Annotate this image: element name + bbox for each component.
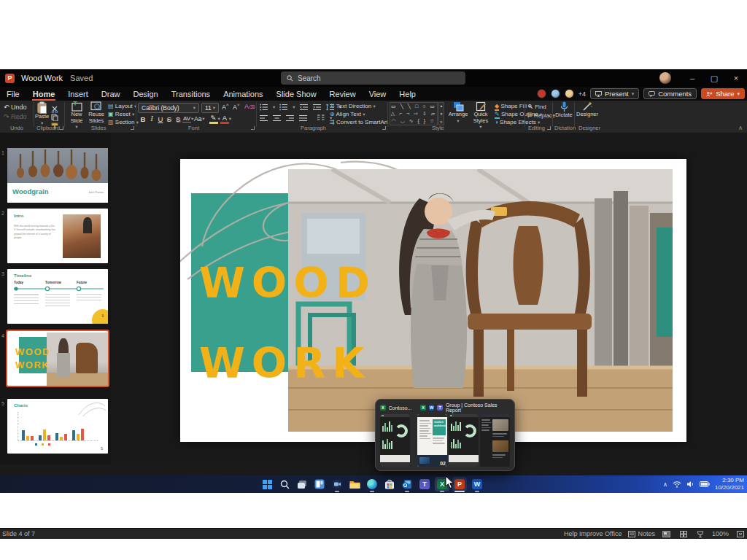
text-shadow-button[interactable]: S <box>174 115 182 123</box>
decrease-font-button[interactable]: A˅ <box>233 103 240 111</box>
paragraph-dialog-launcher[interactable] <box>382 126 386 130</box>
redo-button[interactable]: ↷ Redo <box>4 113 27 120</box>
numbering-dropdown[interactable]: ▾ <box>293 104 295 110</box>
replace-button[interactable]: ⇄ Replace <box>527 112 555 119</box>
restore-button[interactable]: ▢ <box>703 69 725 87</box>
undo-button[interactable]: ↶ Undo <box>4 104 27 111</box>
present-button[interactable]: Present ▾ <box>590 88 639 99</box>
bold-button[interactable]: B <box>139 115 147 123</box>
fit-to-window-button[interactable] <box>735 530 746 538</box>
clipboard-dialog-launcher[interactable] <box>60 126 63 130</box>
normal-view-button[interactable] <box>662 530 672 538</box>
collaborator-avatar-2[interactable] <box>551 89 560 98</box>
shapes-row-3[interactable]: ◠ ◡ ∿ { } ☆ <box>390 117 437 125</box>
microsoft-store-button[interactable] <box>382 477 397 491</box>
justify-icon[interactable] <box>299 114 308 122</box>
zoom-level[interactable]: 100% <box>712 530 729 537</box>
new-slide-button[interactable]: New Slide ▾ <box>67 101 86 130</box>
find-button[interactable]: 🔍︎ Find <box>527 104 546 110</box>
collaborator-overflow-count[interactable]: +4 <box>578 90 586 98</box>
numbering-icon[interactable] <box>279 104 288 111</box>
change-case-dropdown[interactable]: ▾ <box>202 116 204 122</box>
align-left-icon[interactable] <box>260 114 268 122</box>
teams-window-preview[interactable] <box>480 414 510 467</box>
chat-button[interactable] <box>330 477 344 491</box>
comments-button[interactable]: Comments <box>643 88 697 99</box>
powerpoint-button[interactable]: P <box>452 477 467 491</box>
bullets-dropdown[interactable]: ▾ <box>273 104 275 110</box>
dictate-button[interactable]: Dictate <box>554 101 573 119</box>
user-avatar[interactable] <box>659 72 671 84</box>
change-case-button[interactable]: Aa <box>193 115 202 122</box>
tab-view[interactable]: View <box>363 87 393 101</box>
slide-sorter-view-button[interactable] <box>678 530 689 538</box>
tab-home[interactable]: Home <box>26 87 62 101</box>
widgets-button[interactable] <box>312 477 327 491</box>
align-right-icon[interactable] <box>286 114 295 122</box>
help-improve-office-link[interactable]: Help Improve Office <box>564 530 622 537</box>
bullets-icon[interactable] <box>260 104 268 111</box>
shapes-row-1[interactable]: ▭ ╲ ╲ □ ○ ▭ <box>390 103 437 110</box>
slideshow-view-button[interactable] <box>695 530 705 538</box>
shapes-scroll-down-icon[interactable]: ▼ <box>440 112 444 116</box>
slide-title-line1[interactable]: WOOD <box>199 262 376 304</box>
shapes-row-2[interactable]: △ ⌐ ¬ ⇨ ⇩ ▱ <box>390 110 437 117</box>
tab-review[interactable]: Review <box>323 87 363 101</box>
tray-chevron-icon[interactable]: ∧ <box>663 481 667 488</box>
outlook-button[interactable] <box>400 477 414 491</box>
excel-window-preview-2[interactable] <box>449 414 479 467</box>
slide-thumbnail-4-selected[interactable]: WOOD WORK <box>7 331 108 386</box>
word-button[interactable]: W <box>470 477 484 491</box>
reuse-slides-button[interactable]: Reuse Slides <box>87 101 106 124</box>
search-input[interactable]: Search <box>281 71 465 85</box>
slide-thumbnail-5[interactable]: Charts <box>7 399 108 454</box>
shapes-scroll-up-icon[interactable]: ▲ <box>440 104 444 108</box>
teams-button[interactable]: T <box>417 477 432 491</box>
italic-button[interactable]: I <box>147 115 156 122</box>
slide-title-line2[interactable]: WORK <box>199 343 371 384</box>
font-size-select[interactable]: 11▾ <box>201 103 219 113</box>
tab-help[interactable]: Help <box>392 87 422 101</box>
file-explorer-button[interactable] <box>347 477 362 491</box>
designer-button[interactable]: Designer <box>576 101 598 118</box>
section-button[interactable]: ▥ Section ▾ <box>108 119 139 125</box>
columns-icon[interactable] <box>317 114 325 122</box>
collaborator-avatar-1[interactable] <box>537 89 546 98</box>
underline-button[interactable]: U <box>156 115 165 123</box>
wifi-icon[interactable] <box>673 481 681 488</box>
increase-indent-icon[interactable] <box>313 104 322 111</box>
tab-animations[interactable]: Animations <box>217 87 269 101</box>
layout-button[interactable]: ▤ Layout ▾ <box>108 103 136 109</box>
tab-file[interactable]: File <box>0 87 26 101</box>
minimize-button[interactable]: – <box>681 69 703 87</box>
notes-toggle[interactable]: Notes <box>628 530 655 537</box>
powerpoint-app-icon[interactable]: P <box>5 74 15 83</box>
edge-button[interactable] <box>365 477 379 491</box>
font-color-button[interactable]: A <box>220 114 229 124</box>
slide-thumbnail-2[interactable]: Intro With the world turning towards a D… <box>7 209 108 263</box>
align-center-icon[interactable] <box>273 114 282 122</box>
highlight-color-button[interactable]: ✎ <box>209 114 218 124</box>
character-spacing-button[interactable]: AV <box>182 115 191 122</box>
present-dropdown-icon[interactable]: ▾ <box>632 91 635 97</box>
quick-styles-button[interactable]: Quick Styles ▾ <box>471 101 491 130</box>
paste-button[interactable]: Paste ▾ <box>35 101 49 125</box>
align-text-button[interactable]: ⊕ Align Text ▾ <box>330 111 365 117</box>
share-dropdown-icon[interactable]: ▾ <box>737 91 740 97</box>
shapes-gallery-scrollbar[interactable]: ▲ ▼ ≡ <box>438 102 444 125</box>
clock[interactable]: 2:30 PM 10/20/2021 <box>715 477 744 491</box>
task-view-button[interactable] <box>295 477 309 491</box>
editing-dialog-launcher[interactable] <box>547 126 551 130</box>
text-direction-button[interactable]: ⇅ Text Direction ▾ <box>330 103 376 109</box>
convert-smartart-button[interactable]: ⇶ Convert to SmartArt ▾ <box>330 119 392 125</box>
reset-button[interactable]: ▣ Reset ▾ <box>108 111 134 117</box>
share-button[interactable]: Share ▾ <box>701 88 745 99</box>
font-name-select[interactable]: Calibri (Body)▾ <box>138 103 199 113</box>
tab-design[interactable]: Design <box>126 87 164 101</box>
clear-formatting-button[interactable]: A⌫ <box>244 103 255 110</box>
arrange-button[interactable]: Arrange ▾ <box>447 101 469 123</box>
word-document-preview[interactable]: modern architecture 02 <box>417 414 447 467</box>
close-button[interactable]: × <box>725 69 747 87</box>
excel-window-preview[interactable] <box>380 414 410 467</box>
strikethrough-button[interactable]: S <box>165 115 174 123</box>
